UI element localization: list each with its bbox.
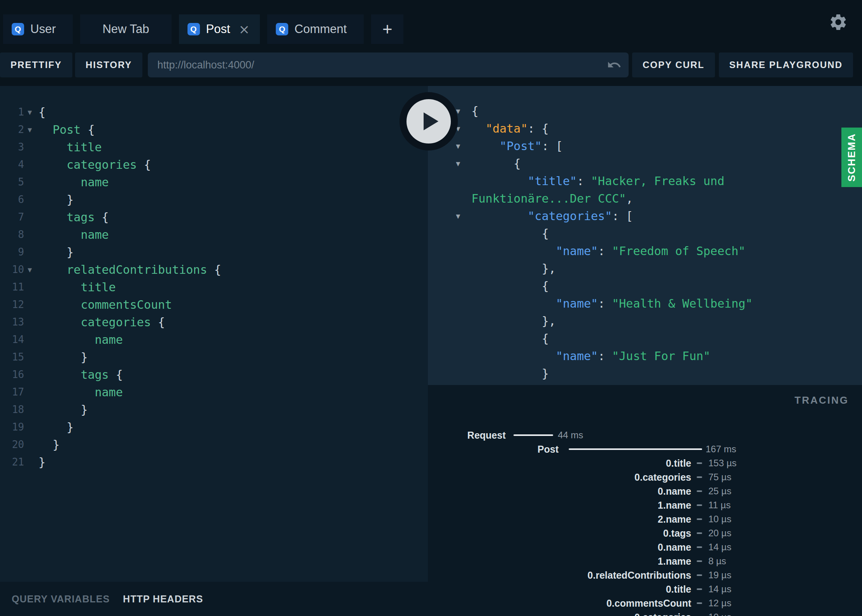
tracing-row: 0.categories75 µs — [428, 470, 862, 484]
fold-gutter — [24, 296, 39, 313]
tracing-row: 0.name25 µs — [428, 484, 862, 498]
tab-strip: QUserNew TabQPost×QComment — [3, 14, 364, 44]
tracing-span-duration: 75 µs — [708, 470, 731, 484]
code-token: } — [67, 193, 74, 206]
tracing-span-label: 1.name — [428, 554, 691, 568]
fold-arrow-icon[interactable]: ▾ — [24, 261, 39, 278]
editor-line: 19 } — [0, 418, 428, 436]
tracing-span-label: 1.name — [428, 498, 691, 512]
code-token: { — [39, 105, 46, 119]
tracing-span-bar — [697, 462, 702, 464]
json-token: "name" — [556, 349, 598, 363]
line-number: 19 — [0, 418, 24, 436]
json-token: }, — [542, 262, 556, 275]
fold-gutter — [24, 226, 39, 243]
response-line: ▾{ — [455, 102, 854, 120]
history-button[interactable]: HISTORY — [75, 52, 142, 77]
editor-line: 18 } — [0, 401, 428, 418]
tracing-span-duration: 153 µs — [708, 456, 737, 470]
new-tab-button[interactable]: + — [371, 14, 403, 44]
fold-arrow-icon[interactable]: ▾ — [455, 155, 471, 172]
fold-arrow-icon[interactable]: ▾ — [24, 103, 39, 121]
tab-user[interactable]: QUser — [3, 14, 73, 44]
endpoint-input[interactable] — [148, 52, 629, 77]
line-number: 17 — [0, 383, 24, 401]
copy-curl-button[interactable]: COPY CURL — [632, 52, 715, 77]
code-token: name — [81, 175, 109, 189]
tracing-span-label: 0.relatedContributions — [428, 568, 691, 582]
code-line: name — [39, 383, 123, 401]
query-editor-pane[interactable]: 1▾{2▾ Post {3 title4 categories {5 name6… — [0, 86, 428, 616]
editor-line: 14 name — [0, 331, 428, 348]
code-line: categories { — [39, 156, 151, 173]
response-text: { — [471, 277, 549, 295]
json-token: "name" — [556, 297, 598, 310]
code-token: { — [109, 368, 123, 382]
editor-line: 5 name — [0, 173, 428, 191]
tab-http-headers[interactable]: HTTP HEADERS — [123, 593, 203, 605]
fold-gutter — [24, 331, 39, 348]
fold-gutter — [24, 383, 39, 401]
settings-button[interactable] — [829, 12, 848, 32]
tab-post[interactable]: QPost× — [179, 14, 260, 44]
tracing-row: 0.relatedContributions19 µs — [428, 568, 862, 582]
line-number: 7 — [0, 208, 24, 226]
code-token: categories — [81, 315, 151, 329]
fold-gutter — [24, 191, 39, 208]
code-line: } — [39, 348, 88, 366]
response-text: { — [471, 225, 549, 242]
editor-line: 1▾{ — [0, 103, 428, 121]
json-token: "data" — [485, 122, 527, 135]
tracing-span-duration: 8 µs — [708, 554, 726, 568]
tab-query-variables[interactable]: QUERY VARIABLES — [12, 593, 110, 605]
fold-gutter — [455, 365, 471, 382]
schema-tab[interactable]: SCHEMA — [841, 128, 862, 187]
tracing-span-bar — [697, 532, 702, 534]
undo-arrow-icon — [607, 58, 622, 72]
fold-gutter — [24, 173, 39, 191]
editor-line: 3 title — [0, 138, 428, 156]
code-token: } — [67, 420, 74, 434]
editor-line: 20 } — [0, 436, 428, 453]
fold-gutter — [455, 172, 471, 190]
response-line: "name": "Health & Wellbeing" — [455, 295, 854, 312]
json-token: "title" — [528, 174, 577, 188]
fold-gutter — [455, 277, 471, 295]
reload-endpoint-button[interactable] — [607, 58, 622, 72]
code-line: } — [39, 453, 46, 471]
response-text: "Post": [ — [471, 137, 563, 155]
query-editor[interactable]: 1▾{2▾ Post {3 title4 categories {5 name6… — [0, 103, 428, 471]
gear-icon — [829, 12, 848, 32]
fold-arrow-icon[interactable]: ▾ — [455, 137, 471, 155]
json-token: : { — [528, 122, 549, 135]
close-tab-icon[interactable]: × — [239, 23, 250, 36]
tab-bar: QUserNew TabQPost×QComment + — [0, 0, 862, 44]
fold-gutter — [24, 453, 39, 471]
code-line: tags { — [39, 208, 109, 226]
response-text: "categories": [ — [471, 207, 633, 225]
response-text: }, — [471, 260, 556, 277]
share-playground-button[interactable]: SHARE PLAYGROUND — [719, 52, 853, 77]
tracing-row: 0.commentsCount12 µs — [428, 596, 862, 610]
tab-new-tab[interactable]: New Tab — [80, 14, 171, 44]
tracing-span-label: 0.tags — [428, 526, 691, 540]
execute-button[interactable] — [399, 92, 458, 150]
tab-comment[interactable]: QComment — [267, 14, 364, 44]
prettify-button[interactable]: PRETTIFY — [0, 52, 72, 77]
response-line: ▾ "Post": [ — [455, 137, 854, 155]
fold-arrow-icon[interactable]: ▾ — [455, 207, 471, 225]
json-token: { — [542, 332, 549, 345]
response-line: "title": "Hacker, Freaks und — [455, 172, 854, 190]
json-token: : — [598, 349, 612, 363]
code-line: } — [39, 436, 60, 453]
fold-arrow-icon[interactable]: ▾ — [24, 121, 39, 138]
code-line: name — [39, 173, 109, 191]
code-line: { — [39, 103, 46, 121]
tracing-row: Request44 ms — [428, 428, 862, 442]
json-token: "Freedom of Speech" — [612, 244, 745, 258]
response-text: } — [471, 365, 549, 382]
response-line: "name": "Freedom of Speech" — [455, 242, 854, 260]
code-token: } — [81, 350, 88, 364]
tracing-span-label: 0.title — [428, 456, 691, 470]
tracing-span-label: 0.categories — [428, 470, 691, 484]
